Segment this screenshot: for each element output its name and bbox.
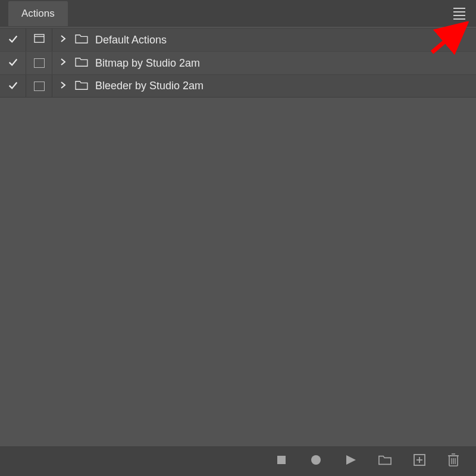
record-button[interactable] — [309, 453, 322, 469]
stop-icon — [275, 453, 288, 469]
new-icon — [413, 453, 426, 469]
panel-menu-button[interactable] — [451, 5, 468, 22]
toggle-dialog[interactable] — [26, 75, 52, 97]
folder-indicator — [71, 52, 92, 74]
panel-footer — [0, 446, 476, 476]
chevron-right-icon — [60, 35, 66, 45]
check-icon — [8, 57, 18, 70]
svg-rect-4 — [277, 456, 286, 464]
action-set-row[interactable]: Bleeder by Studio 2am — [0, 74, 476, 98]
stop-button[interactable] — [275, 453, 288, 469]
chevron-right-icon — [60, 58, 66, 68]
expand-toggle[interactable] — [52, 75, 71, 97]
expand-toggle[interactable] — [52, 29, 71, 51]
action-set-row[interactable]: Bitmap by Studio 2am — [0, 51, 476, 74]
folder-icon — [75, 57, 88, 70]
delete-button[interactable] — [447, 453, 459, 469]
svg-point-5 — [311, 455, 321, 465]
toggle-dialog[interactable] — [26, 29, 52, 51]
new-action-button[interactable] — [413, 453, 426, 469]
check-icon — [8, 33, 18, 46]
check-icon — [8, 80, 18, 93]
trash-icon — [447, 453, 459, 469]
toggle-enabled[interactable] — [0, 29, 26, 51]
folder-icon — [75, 33, 88, 46]
svg-rect-2 — [35, 35, 44, 42]
folder-indicator — [71, 29, 92, 51]
svg-marker-6 — [346, 455, 356, 465]
play-button[interactable] — [344, 453, 357, 469]
folder-icon — [75, 80, 88, 93]
panel-header: Actions — [0, 0, 476, 27]
actions-list: Default Actions Bitmap by Studio 2am — [0, 27, 476, 98]
toggle-enabled[interactable] — [0, 75, 26, 97]
actions-tab[interactable]: Actions — [8, 1, 68, 26]
play-icon — [344, 453, 357, 469]
folder-indicator — [71, 75, 92, 97]
action-set-row[interactable]: Default Actions — [0, 28, 476, 51]
dialog-empty-icon — [34, 82, 45, 91]
expand-toggle[interactable] — [52, 52, 71, 74]
dialog-empty-icon — [34, 58, 45, 68]
record-icon — [309, 453, 322, 469]
action-set-label: Bitmap by Studio 2am — [92, 57, 200, 70]
hamburger-icon — [453, 8, 465, 9]
dialog-icon — [34, 34, 45, 46]
new-set-button[interactable] — [378, 453, 392, 469]
chevron-right-icon — [60, 81, 66, 92]
action-set-label: Default Actions — [92, 34, 167, 46]
toggle-dialog[interactable] — [26, 52, 52, 74]
action-set-label: Bleeder by Studio 2am — [92, 80, 203, 92]
folder-icon — [378, 453, 392, 469]
toggle-enabled[interactable] — [0, 52, 26, 74]
